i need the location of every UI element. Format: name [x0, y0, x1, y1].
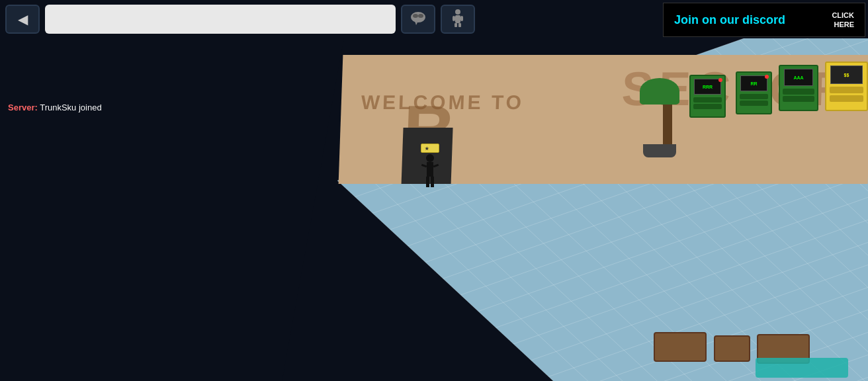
svg-point-2: [418, 14, 423, 18]
palm-pot: [643, 144, 676, 157]
svg-rect-5: [455, 15, 460, 23]
discord-join-text: Join on our discord: [674, 13, 785, 27]
svg-rect-7: [460, 16, 463, 21]
slot-screen-1: RRR: [694, 79, 721, 95]
server-join-text: TrunkSku joined: [40, 103, 101, 112]
svg-rect-9: [458, 23, 461, 27]
teal-mat: [756, 358, 848, 378]
slot-machine-2: RR: [736, 71, 772, 114]
chat-button[interactable]: [401, 5, 435, 34]
character-legs: [425, 177, 435, 187]
svg-point-1: [413, 14, 418, 18]
server-label: Server:: [8, 103, 38, 112]
slot-screen-4: $$: [830, 65, 863, 84]
back-icon: ◀: [18, 11, 28, 27]
action-button[interactable]: [441, 5, 475, 34]
search-bar-container: [45, 5, 396, 34]
slot-machine-3: AAA: [779, 65, 818, 111]
svg-point-0: [411, 12, 425, 22]
slot-machine-4: $$: [825, 62, 868, 111]
character-head: [426, 154, 434, 162]
chat-icon: [410, 11, 427, 28]
discord-click-here: CLICKHERE: [832, 11, 854, 30]
slot-machine-1: RRR: [689, 75, 726, 118]
slot-screen-3: AAA: [784, 69, 814, 86]
sofa-1: [654, 332, 707, 362]
svg-rect-8: [455, 23, 457, 27]
palm-leaves: [640, 78, 679, 105]
slot-screen-2: RR: [740, 75, 767, 91]
discord-banner[interactable]: Join on our discord CLICKHERE: [663, 3, 865, 37]
back-button[interactable]: ◀: [5, 5, 40, 34]
palm-tree: [655, 78, 679, 157]
action-icon: [450, 9, 466, 30]
palm-trunk: [663, 105, 672, 144]
character-body: [427, 162, 433, 177]
svg-rect-6: [453, 16, 455, 21]
character-badge: ★: [421, 144, 439, 153]
sofa-2: [714, 335, 750, 362]
slot-dot-2: [765, 75, 769, 79]
server-message: Server: TrunkSku joined: [8, 103, 102, 112]
character: ★: [423, 154, 437, 190]
svg-point-4: [455, 9, 460, 15]
slot-dot-1: [718, 78, 722, 82]
search-input[interactable]: [45, 5, 396, 34]
svg-text:★: ★: [425, 146, 429, 151]
game-world: SECTOR WELCOME TO B RRR RR AAA $: [0, 38, 868, 381]
